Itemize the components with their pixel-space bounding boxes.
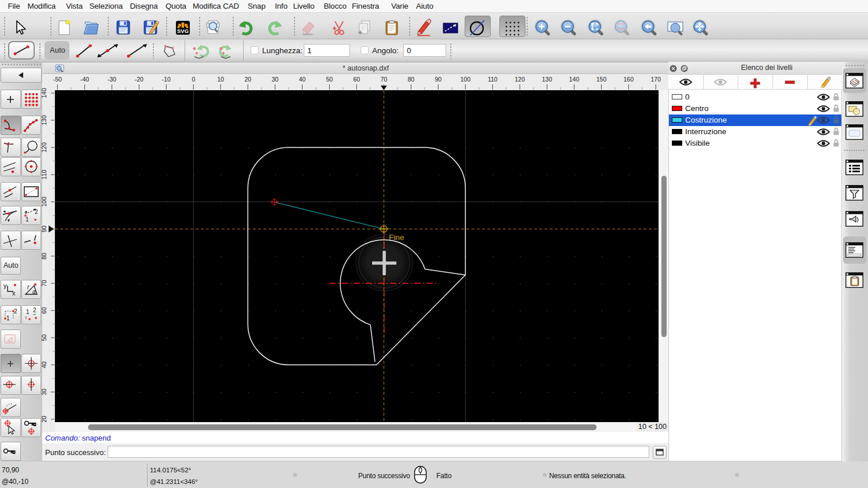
svg-text:40: 40 bbox=[299, 76, 306, 83]
svg-text:80: 80 bbox=[407, 76, 414, 83]
svg-text:r: r bbox=[27, 284, 30, 290]
svg-text:y: y bbox=[3, 282, 7, 289]
svg-text:1: 1 bbox=[6, 315, 10, 321]
svg-text:130: 130 bbox=[41, 115, 47, 125]
svg-text:50: 50 bbox=[41, 334, 47, 341]
svg-text:90: 90 bbox=[435, 76, 442, 83]
svg-text:170: 170 bbox=[651, 76, 661, 83]
svg-text:160: 160 bbox=[624, 76, 634, 83]
svg-text:40: 40 bbox=[41, 361, 47, 368]
svg-text:0: 0 bbox=[192, 76, 195, 83]
svg-text:-40: -40 bbox=[80, 76, 89, 83]
svg-text:70: 70 bbox=[41, 280, 47, 287]
svg-text:110: 110 bbox=[488, 76, 498, 83]
svg-text:30: 30 bbox=[41, 389, 47, 395]
svg-text:140: 140 bbox=[41, 88, 47, 98]
svg-text:-20: -20 bbox=[135, 76, 144, 83]
svg-text:Fine: Fine bbox=[389, 233, 404, 242]
svg-text:70: 70 bbox=[380, 76, 387, 83]
svg-text:a: a bbox=[32, 289, 36, 295]
svg-text:110: 110 bbox=[41, 169, 47, 179]
svg-text:SVG: SVG bbox=[177, 28, 189, 34]
svg-text:120: 120 bbox=[515, 76, 525, 83]
svg-text:120: 120 bbox=[41, 142, 47, 153]
svg-text:1: 1 bbox=[25, 216, 29, 223]
svg-text:20: 20 bbox=[244, 76, 251, 83]
svg-text:100: 100 bbox=[41, 197, 47, 207]
svg-text:2: 2 bbox=[14, 308, 17, 315]
svg-text:x: x bbox=[12, 290, 16, 297]
svg-text:-10: -10 bbox=[162, 76, 171, 83]
svg-text:90: 90 bbox=[41, 225, 47, 232]
svg-text:2: 2 bbox=[33, 307, 36, 313]
svg-text:50: 50 bbox=[326, 76, 333, 83]
svg-text:-50: -50 bbox=[53, 76, 62, 83]
svg-text:80: 80 bbox=[41, 253, 47, 260]
svg-text:1: 1 bbox=[26, 309, 30, 315]
svg-text:130: 130 bbox=[542, 76, 553, 83]
svg-text:-30: -30 bbox=[108, 76, 116, 83]
svg-text:30: 30 bbox=[271, 76, 278, 83]
svg-text:2: 2 bbox=[35, 209, 38, 215]
svg-text:60: 60 bbox=[41, 307, 47, 314]
svg-text:60: 60 bbox=[353, 76, 360, 83]
svg-text:140: 140 bbox=[569, 76, 580, 83]
svg-text:100: 100 bbox=[461, 76, 471, 83]
svg-text:150: 150 bbox=[597, 76, 607, 83]
svg-text:10: 10 bbox=[217, 76, 224, 83]
